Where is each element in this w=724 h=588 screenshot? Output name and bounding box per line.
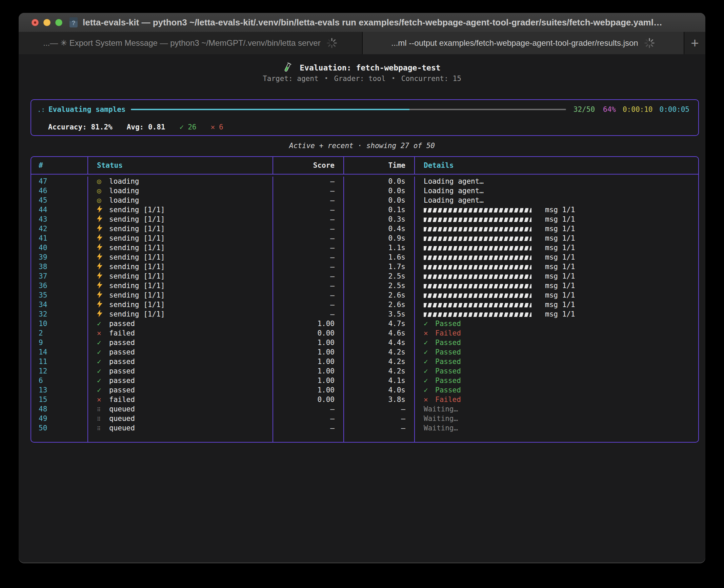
progress-bar: [131, 109, 566, 110]
message-progress-bar: [424, 256, 531, 260]
column-header-score: Score: [273, 157, 344, 174]
activity-spinner-icon: [326, 37, 338, 49]
fail-count-stat: ✕6: [210, 123, 223, 131]
accuracy-stat: Accuracy: 81.2%: [48, 123, 113, 131]
row-time: 0.1s: [344, 205, 415, 215]
row-status: ◎loading: [88, 177, 273, 186]
row-status: sending [1/1]: [88, 309, 273, 319]
row-details: Loading agent…: [415, 177, 698, 186]
row-status: sending [1/1]: [88, 281, 273, 290]
row-status: ✓passed: [88, 366, 273, 376]
row-score: –: [273, 243, 344, 252]
table-row: 50 ⠿queued – – Waiting…: [31, 423, 698, 433]
table-row: 11 ✓passed 1.00 4.2s ✓Passed: [31, 357, 698, 366]
status-label: sending [1/1]: [109, 291, 165, 299]
row-score: –: [273, 252, 344, 262]
row-details: msg 1/1: [415, 224, 698, 234]
status-icon: [97, 262, 102, 270]
status-label: queued: [109, 414, 135, 423]
check-icon: ✓: [424, 319, 435, 328]
row-status: sending [1/1]: [88, 252, 273, 262]
check-icon: ✓: [179, 123, 184, 131]
row-score: –: [273, 404, 344, 414]
row-status: ✓passed: [88, 338, 273, 347]
row-num: 12: [31, 366, 88, 376]
cross-icon: ✕: [424, 395, 435, 404]
grader-label: Grader: tool: [334, 75, 386, 83]
status-icon: [97, 310, 102, 317]
bullet-separator: •: [392, 75, 395, 82]
row-score: –: [273, 309, 344, 319]
title-bar[interactable]: ? letta-evals-kit — python3 ~/letta-eval…: [19, 13, 705, 32]
row-status: sending [1/1]: [88, 215, 273, 224]
details-text: Loading agent…: [424, 187, 484, 195]
cross-icon: ✕: [424, 328, 435, 338]
row-score: –: [273, 196, 344, 205]
row-num: 6: [31, 376, 88, 385]
row-status: sending [1/1]: [88, 300, 273, 309]
message-progress-bar: [424, 237, 531, 241]
tab-letta-server[interactable]: ...— ✳ Export System Message — python3 ~…: [19, 32, 363, 54]
column-header-details: Details: [415, 157, 698, 174]
row-details: ✕Failed: [415, 328, 698, 338]
status-icon: [97, 224, 102, 232]
status-icon: ✓: [97, 319, 109, 328]
row-status: sending [1/1]: [88, 271, 273, 281]
row-time: 4.2s: [344, 357, 415, 366]
row-num: 41: [31, 234, 88, 243]
status-label: sending [1/1]: [109, 272, 165, 280]
status-label: loading: [109, 187, 139, 195]
tab-bar: ...— ✳ Export System Message — python3 ~…: [19, 32, 705, 54]
details-text: ✓Passed: [424, 348, 461, 356]
status-label: failed: [109, 329, 135, 337]
row-details: ✓Passed: [415, 357, 698, 366]
details-text: ✓Passed: [424, 386, 461, 394]
row-time: 1.1s: [344, 243, 415, 252]
row-num: 42: [31, 224, 88, 234]
status-icon: [97, 205, 102, 213]
table-row: 15 ✕failed 0.00 3.8s ✕Failed: [31, 395, 698, 404]
table-row: 46 ◎loading – 0.0s Loading agent…: [31, 186, 698, 196]
row-score: –: [273, 262, 344, 271]
row-time: 4.4s: [344, 338, 415, 347]
row-score: 0.00: [273, 395, 344, 404]
cross-icon: ✕: [210, 123, 215, 131]
svg-text:?: ?: [72, 20, 76, 26]
filter-status-line: Active + recent · showing 27 of 50: [19, 142, 705, 150]
row-score: –: [273, 423, 344, 433]
check-icon: ✓: [424, 357, 435, 366]
row-details: msg 1/1: [415, 271, 698, 281]
row-score: 1.00: [273, 347, 344, 357]
details-text: ✓Passed: [424, 339, 461, 347]
progress-label: Evaluating samples: [48, 105, 126, 114]
details-text: ✕Failed: [424, 396, 461, 404]
row-time: [344, 433, 415, 442]
row-time: 0.0s: [344, 177, 415, 186]
zoom-button[interactable]: [55, 19, 62, 26]
status-label: sending [1/1]: [109, 225, 165, 233]
close-button[interactable]: [32, 19, 39, 26]
row-details: msg 1/1: [415, 243, 698, 252]
window-title: letta-evals-kit — python3 ~/letta-evals-…: [83, 17, 662, 28]
minimize-button[interactable]: [43, 19, 51, 26]
status-icon: ◎: [97, 177, 109, 186]
status-icon: ✓: [97, 347, 109, 357]
row-score: –: [273, 224, 344, 234]
table-row: 44 sending [1/1] – 0.1s msg 1/1: [31, 205, 698, 215]
row-num: 38: [31, 262, 88, 271]
tab-letta-evals-run[interactable]: ...ml --output examples/fetch-webpage-ag…: [363, 32, 684, 54]
row-time: 0.4s: [344, 224, 415, 234]
row-num: 44: [31, 205, 88, 215]
table-row: 9 ✓passed 1.00 4.4s ✓Passed: [31, 338, 698, 347]
row-status: ✓passed: [88, 385, 273, 395]
row-details: Loading agent…: [415, 196, 698, 205]
details-text: Waiting…: [424, 414, 458, 423]
table-row: 10 ✓passed 1.00 4.7s ✓Passed: [31, 319, 698, 328]
row-details: msg 1/1: [415, 252, 698, 262]
status-label: sending [1/1]: [109, 206, 165, 214]
status-label: sending [1/1]: [109, 263, 165, 271]
row-score: –: [273, 290, 344, 300]
check-icon: ✓: [424, 385, 435, 395]
new-tab-button[interactable]: +: [684, 32, 705, 54]
row-num: [31, 433, 88, 442]
